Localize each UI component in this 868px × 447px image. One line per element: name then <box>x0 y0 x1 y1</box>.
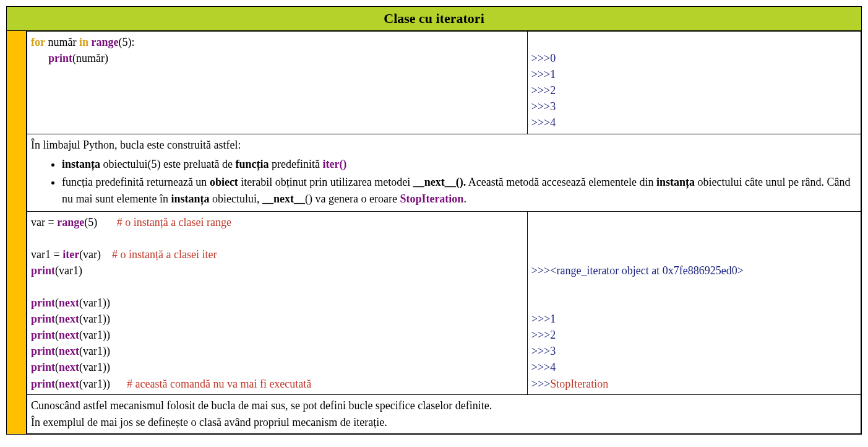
kw-next: next <box>59 345 79 357</box>
code-text: (var1)) <box>79 378 110 390</box>
code-text: (5) <box>84 216 97 228</box>
kw-range: range <box>57 216 84 228</box>
output-value: 2 <box>550 329 556 341</box>
table-header: Clase cu iteratori <box>7 7 862 31</box>
code-comment: # această comandă nu va mai fi executată <box>127 378 311 390</box>
bold-text: obiect <box>210 176 238 188</box>
prompt: >>> <box>531 84 550 97</box>
code-text: (var1)) <box>79 329 110 341</box>
prompt: >>> <box>531 116 550 129</box>
header-title: Clase cu iteratori <box>384 11 484 26</box>
prompt: >>> <box>531 100 550 113</box>
output-cell-2: >>><range_iterator object at 0x7fe886925… <box>527 211 861 394</box>
output-value: 3 <box>550 100 556 113</box>
content-cell: for număr in range(5): print(număr) >>>0… <box>27 31 862 435</box>
code-text: număr <box>45 36 79 48</box>
bold-text: instanța <box>656 176 695 188</box>
code-comment: # o instanță a clasei range <box>117 216 231 228</box>
output-value: 4 <box>550 361 556 373</box>
code-text: (var1) <box>55 264 82 277</box>
text: Această metodă accesează elementele din <box>466 176 656 188</box>
code-text: (var1)) <box>79 297 110 309</box>
bold-text: instanța <box>62 158 100 170</box>
bold-text: instanța <box>171 193 209 205</box>
prompt: >>> <box>531 361 550 373</box>
kw-range: range <box>91 36 118 48</box>
kw-stopiteration: StopIteration <box>400 193 463 205</box>
kw-iter: iter() <box>322 158 346 170</box>
kw-print: print <box>31 264 55 277</box>
output-value: 2 <box>550 84 556 97</box>
output-value: 4 <box>550 116 556 129</box>
kw-print: print <box>31 313 55 325</box>
code-text: var1 = <box>31 248 62 261</box>
kw-next: next <box>59 313 79 325</box>
kw-print: print <box>31 361 55 373</box>
kw-print: print <box>31 297 55 309</box>
prompt: >>> <box>531 68 550 80</box>
explanation-intro: În limbajul Python, bucla este construit… <box>31 137 857 154</box>
code-text: (var1)) <box>79 345 110 357</box>
text: obiectului, <box>209 193 262 205</box>
prompt: >>> <box>531 313 550 325</box>
code-text: var = <box>31 216 57 228</box>
prompt: >>> <box>531 329 550 341</box>
lesson-table: Clase cu iteratori for număr in range(5)… <box>6 6 862 435</box>
inner-table: for număr in range(5): print(număr) >>>0… <box>27 31 861 434</box>
explanation-cell-2: Cunoscând astfel mecanismul folosit de b… <box>27 394 861 433</box>
kw-next: next <box>59 378 79 390</box>
code-text: (număr) <box>72 52 108 64</box>
explanation-line-2: În exemplul de mai jos se definește o cl… <box>31 414 857 431</box>
output-value: 0 <box>550 52 556 64</box>
kw-print: print <box>31 329 55 341</box>
kw-iter: iter <box>62 248 79 261</box>
kw-print: print <box>31 378 55 390</box>
bullet-2: funcția predefinită returnează un obiect… <box>62 174 857 207</box>
code-comment: # o instanță a clasei iter <box>112 248 217 261</box>
code-cell-2: var = range(5) # o instanță a clasei ran… <box>27 211 528 394</box>
kw-print: print <box>31 345 55 357</box>
output-value: 3 <box>550 345 556 357</box>
kw-next: next <box>59 297 79 309</box>
kw-next: next <box>59 361 79 373</box>
text: . <box>463 193 466 205</box>
kw-in: in <box>79 36 88 48</box>
example-row-1: for număr in range(5): print(număr) >>>0… <box>27 32 861 134</box>
output-value: 1 <box>550 68 556 80</box>
output-value: 1 <box>550 313 556 325</box>
kw-for: for <box>31 36 45 48</box>
bold-text: __next__(). <box>413 176 466 188</box>
code-text: (var) <box>79 248 101 261</box>
prompt: >>> <box>531 264 550 277</box>
output-error: StopIteration <box>550 378 608 390</box>
code-text: (var1)) <box>79 361 110 373</box>
explanation-line-1: Cunoscând astfel mecanismul folosit de b… <box>31 397 857 414</box>
bold-text: __next__ <box>262 193 305 205</box>
text: () va genera o eroare <box>305 193 400 205</box>
text: obiectului(5) este preluată de <box>100 158 235 170</box>
code-text: (var1)) <box>79 313 110 325</box>
side-marker <box>7 31 27 435</box>
prompt: >>> <box>531 345 550 357</box>
kw-print: print <box>48 52 72 64</box>
example-row-2: var = range(5) # o instanță a clasei ran… <box>27 211 861 394</box>
bold-text: funcția <box>235 158 269 170</box>
kw-next: next <box>59 329 79 341</box>
prompt: >>> <box>531 378 550 390</box>
code-cell-1: for număr in range(5): print(număr) <box>27 32 528 134</box>
prompt: >>> <box>531 52 550 64</box>
text: funcția predefinită returnează un <box>62 176 210 188</box>
explanation-row-2: Cunoscând astfel mecanismul folosit de b… <box>27 394 861 433</box>
text: iterabil obținut prin utilizarea metodei <box>238 176 413 188</box>
code-text: (5): <box>118 36 134 48</box>
explanation-row-1: În limbajul Python, bucla este construit… <box>27 134 861 211</box>
explanation-cell-1: În limbajul Python, bucla este construit… <box>27 134 861 211</box>
bullet-1: instanța obiectului(5) este preluată de … <box>62 156 857 173</box>
output-cell-1: >>>0 >>>1 >>>2 >>>3 >>>4 <box>527 32 861 134</box>
bullet-list: instanța obiectului(5) este preluată de … <box>31 156 857 207</box>
output-value: <range_iterator object at 0x7fe886925ed0… <box>550 264 744 277</box>
text: predefinită <box>269 158 322 170</box>
